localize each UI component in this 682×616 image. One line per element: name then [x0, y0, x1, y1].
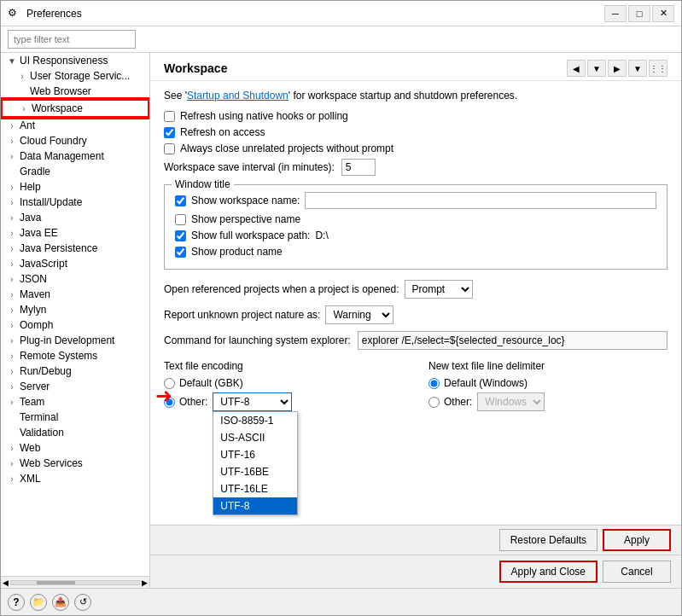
sidebar-item-web-browser[interactable]: Web Browser — [1, 84, 149, 99]
sidebar-item-json[interactable]: › JSON — [1, 271, 149, 287]
encoding-dropdown-container: UTF-8 ISO-8859-1 US-ASCII UTF-16 UTF-16B… — [213, 392, 292, 411]
sidebar-item-remote-systems[interactable]: › Remote Systems — [1, 348, 149, 363]
workspace-name-input[interactable] — [305, 192, 656, 209]
sidebar-item-help[interactable]: › Help — [1, 179, 149, 195]
sidebar-item-plugin-development[interactable]: › Plug-in Development — [1, 333, 149, 348]
sidebar-item-data-management[interactable]: › Data Management — [1, 148, 149, 164]
sidebar-label: Team — [20, 396, 44, 408]
encoding-option-utf16[interactable]: UTF-16 — [213, 446, 297, 463]
sidebar-item-xml[interactable]: › XML — [1, 471, 149, 486]
encoding-default-radio[interactable] — [164, 378, 175, 389]
sidebar-label: Install/Update — [20, 196, 82, 208]
window-footer: ? 📁 📤 ↺ — [1, 588, 681, 615]
sidebar-label: Help — [20, 181, 41, 193]
sidebar-item-maven[interactable]: › Maven — [1, 287, 149, 302]
sidebar-item-user-storage[interactable]: › User Storage Servic... — [1, 68, 149, 84]
content-body: See 'Startup and Shutdown' for workspace… — [150, 81, 681, 525]
sidebar-item-validation[interactable]: Validation — [1, 425, 149, 440]
show-perspective-checkbox[interactable] — [175, 214, 186, 225]
refresh-icon[interactable]: ↺ — [74, 594, 91, 611]
show-workspace-name-label: Show workspace name: — [191, 195, 300, 206]
sidebar-label: Server — [20, 381, 50, 392]
save-interval-row: Workspace save interval (in minutes): — [164, 159, 667, 176]
show-full-path-checkbox[interactable] — [175, 230, 186, 241]
refresh-native-checkbox[interactable] — [164, 111, 175, 122]
delimiter-default-radio[interactable] — [428, 378, 440, 389]
sidebar-item-mylyn[interactable]: › Mylyn — [1, 302, 149, 317]
sidebar-label: UI Responsiveness — [20, 55, 108, 67]
delimiter-other-select[interactable]: Windows Unix Mac — [477, 392, 545, 411]
sidebar-item-java-ee[interactable]: › Java EE — [1, 225, 149, 241]
sidebar-item-web[interactable]: › Web — [1, 440, 149, 456]
nav-menu-button[interactable]: ⋮⋮ — [649, 60, 667, 77]
sidebar-label: Plug-in Development — [20, 334, 114, 346]
encoding-default-label: Default (GBK) — [179, 377, 243, 389]
sidebar-label: Data Management — [20, 150, 104, 162]
report-unknown-select[interactable]: Warning Error Ignore — [325, 305, 393, 324]
sidebar-item-java-persistence[interactable]: › Java Persistence — [1, 241, 149, 256]
sidebar-item-javascript[interactable]: › JavaScript — [1, 256, 149, 271]
filter-input[interactable] — [8, 30, 136, 49]
apply-close-button[interactable]: Apply and Close — [499, 561, 597, 583]
save-interval-input[interactable] — [341, 159, 376, 176]
command-row: Command for launching system explorer: — [164, 331, 667, 350]
refresh-native-label: Refresh using native hooks or polling — [180, 110, 348, 122]
sidebar-label: Validation — [20, 427, 64, 439]
window-icon: ⚙ — [8, 7, 21, 20]
restore-defaults-button[interactable]: Restore Defaults — [499, 529, 597, 551]
nav-forward-dropdown-button[interactable]: ▼ — [628, 60, 647, 77]
expand-icon: › — [8, 198, 16, 207]
show-workspace-name-row: Show workspace name: — [175, 192, 656, 209]
help-icon[interactable]: ? — [8, 594, 25, 611]
encoding-option-utf16be[interactable]: UTF-16BE — [213, 463, 297, 480]
show-workspace-name-checkbox[interactable] — [175, 195, 186, 206]
minimize-button[interactable]: ─ — [604, 5, 627, 22]
expand-icon: › — [8, 367, 16, 376]
close-unrelated-checkbox[interactable] — [164, 143, 175, 154]
sidebar-item-run-debug[interactable]: › Run/Debug — [1, 363, 149, 379]
encoding-option-iso[interactable]: ISO-8859-1 — [213, 412, 297, 429]
encoding-option-usascii[interactable]: US-ASCII — [213, 429, 297, 446]
sidebar-item-workspace[interactable]: › Workspace — [1, 99, 149, 118]
nav-back-button[interactable]: ◀ — [567, 60, 586, 77]
sidebar-item-install-update[interactable]: › Install/Update — [1, 195, 149, 210]
open-referenced-select[interactable]: Prompt Always Never — [405, 280, 473, 299]
encoding-option-utf16le[interactable]: UTF-16LE — [213, 480, 297, 497]
export-icon[interactable]: 📤 — [52, 594, 69, 611]
delimiter-other-radio[interactable] — [428, 397, 440, 408]
report-unknown-label: Report unknown project nature as: — [164, 309, 320, 321]
delimiter-default-row: Default (Windows) — [428, 377, 667, 389]
sidebar-item-java[interactable]: › Java — [1, 210, 149, 225]
startup-shutdown-link[interactable]: Startup and Shutdown — [187, 90, 289, 102]
open-folder-icon[interactable]: 📁 — [30, 594, 47, 611]
maximize-button[interactable]: □ — [628, 5, 650, 22]
sidebar-item-ant[interactable]: › Ant — [1, 118, 149, 133]
sidebar-item-oomph[interactable]: › Oomph — [1, 317, 149, 333]
sidebar-item-terminal[interactable]: Terminal — [1, 410, 149, 425]
encoding-select[interactable]: UTF-8 ISO-8859-1 US-ASCII UTF-16 UTF-16B… — [213, 392, 292, 411]
scroll-left-icon[interactable]: ◀ — [3, 578, 9, 587]
sidebar-item-gradle[interactable]: Gradle — [1, 164, 149, 179]
close-button[interactable]: ✕ — [652, 5, 674, 22]
sidebar-item-team[interactable]: › Team — [1, 394, 149, 410]
sidebar-item-cloud-foundry[interactable]: › Cloud Foundry — [1, 133, 149, 148]
sidebar-item-ui-responsiveness[interactable]: ▼ UI Responsiveness — [1, 53, 149, 68]
close-unrelated-label: Always close unrelated projects without … — [180, 142, 393, 154]
refresh-access-row: Refresh on access — [164, 126, 667, 138]
sidebar-item-web-services[interactable]: › Web Services — [1, 456, 149, 471]
sidebar-item-server[interactable]: › Server — [1, 379, 149, 394]
encoding-other-radio[interactable] — [164, 397, 175, 408]
command-input[interactable] — [358, 331, 667, 350]
encoding-option-utf8[interactable]: UTF-8 — [213, 497, 297, 514]
refresh-access-checkbox[interactable] — [164, 127, 175, 138]
apply-button[interactable]: Apply — [603, 529, 671, 551]
show-product-name-checkbox[interactable] — [175, 247, 186, 258]
nav-dropdown-button[interactable]: ▼ — [587, 60, 606, 77]
encoding-area: ➜ Text file encoding Default (GBK) Other… — [164, 360, 667, 421]
sidebar-label: Java — [20, 212, 41, 224]
nav-forward-button[interactable]: ▶ — [608, 60, 627, 77]
encoding-group: Text file encoding Default (GBK) Other: — [164, 360, 403, 415]
sidebar-label: Java Persistence — [20, 242, 97, 254]
scroll-right-icon[interactable]: ▶ — [142, 578, 148, 587]
cancel-button[interactable]: Cancel — [603, 561, 671, 583]
